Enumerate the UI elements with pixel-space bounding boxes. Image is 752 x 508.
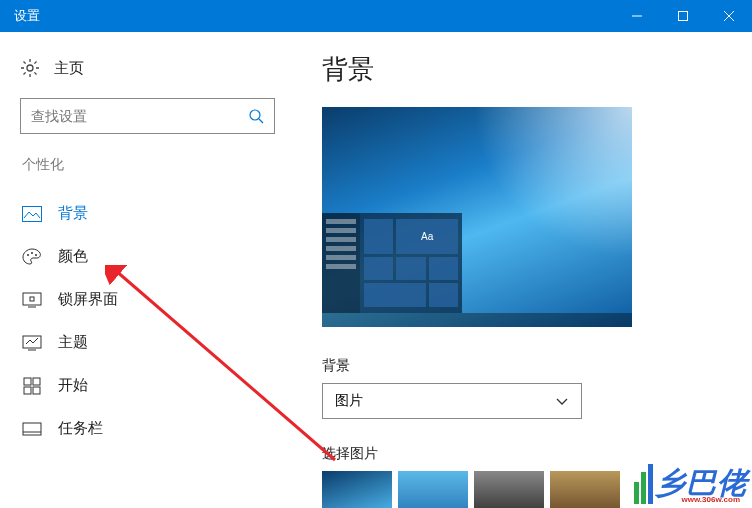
main-panel: 背景 Aa 背景 图片 选择图片 <box>300 32 752 508</box>
sidebar-item-lockscreen[interactable]: 锁屏界面 <box>20 278 300 321</box>
sidebar-item-background[interactable]: 背景 <box>20 192 300 235</box>
svg-rect-20 <box>23 423 41 435</box>
window-title: 设置 <box>0 7 614 25</box>
maximize-button[interactable] <box>660 0 706 32</box>
svg-point-4 <box>27 65 33 71</box>
dropdown-value: 图片 <box>335 392 363 410</box>
sidebar-item-themes[interactable]: 主题 <box>20 321 300 364</box>
nav-label: 锁屏界面 <box>58 290 118 309</box>
nav-label: 开始 <box>58 376 88 395</box>
image-icon <box>22 205 42 223</box>
nav-label: 主题 <box>58 333 88 352</box>
sidebar-item-taskbar[interactable]: 任务栏 <box>20 407 300 450</box>
watermark-url: www.306w.com <box>681 495 740 504</box>
preview-sample-text: Aa <box>396 219 458 254</box>
window-controls <box>614 0 752 32</box>
close-icon <box>723 10 735 22</box>
thumbnail-1[interactable] <box>322 471 392 508</box>
sidebar-item-start[interactable]: 开始 <box>20 364 300 407</box>
palette-icon <box>22 248 42 266</box>
choose-picture-label: 选择图片 <box>322 445 722 463</box>
sidebar-item-colors[interactable]: 颜色 <box>20 235 300 278</box>
svg-rect-16 <box>24 378 31 385</box>
start-icon <box>22 377 42 395</box>
background-type-dropdown[interactable]: 图片 <box>322 383 582 419</box>
home-label: 主页 <box>54 59 84 78</box>
nav-label: 颜色 <box>58 247 88 266</box>
maximize-icon <box>677 10 689 22</box>
theme-icon <box>22 334 42 352</box>
svg-point-5 <box>250 110 260 120</box>
svg-point-8 <box>27 254 29 256</box>
section-header: 个性化 <box>20 156 300 174</box>
svg-rect-1 <box>679 12 688 21</box>
svg-rect-7 <box>23 206 42 221</box>
svg-point-10 <box>35 254 37 256</box>
gear-icon <box>20 58 40 78</box>
search-input[interactable] <box>31 108 248 124</box>
page-title: 背景 <box>322 52 722 87</box>
lockscreen-icon <box>22 291 42 309</box>
home-link[interactable]: 主页 <box>20 52 300 98</box>
preview-start-menu: Aa <box>322 213 462 313</box>
search-icon <box>248 108 264 124</box>
titlebar: 设置 <box>0 0 752 32</box>
chevron-down-icon <box>555 394 569 408</box>
background-field-label: 背景 <box>322 357 722 375</box>
minimize-button[interactable] <box>614 0 660 32</box>
thumbnail-4[interactable] <box>550 471 620 508</box>
thumbnail-3[interactable] <box>474 471 544 508</box>
nav-label: 背景 <box>58 204 88 223</box>
background-preview: Aa <box>322 107 632 327</box>
svg-rect-11 <box>23 293 41 305</box>
thumbnail-2[interactable] <box>398 471 468 508</box>
taskbar-icon <box>22 420 42 438</box>
search-box[interactable] <box>20 98 275 134</box>
svg-rect-19 <box>33 387 40 394</box>
sidebar: 主页 个性化 背景 颜色 锁屏界面 主题 开始 <box>0 32 300 508</box>
minimize-icon <box>631 10 643 22</box>
svg-rect-18 <box>24 387 31 394</box>
watermark: 乡巴佬 www.306w.com <box>634 463 748 504</box>
nav-label: 任务栏 <box>58 419 103 438</box>
svg-rect-17 <box>33 378 40 385</box>
close-button[interactable] <box>706 0 752 32</box>
svg-rect-13 <box>30 297 34 301</box>
svg-line-6 <box>259 119 263 123</box>
svg-point-9 <box>31 252 33 254</box>
